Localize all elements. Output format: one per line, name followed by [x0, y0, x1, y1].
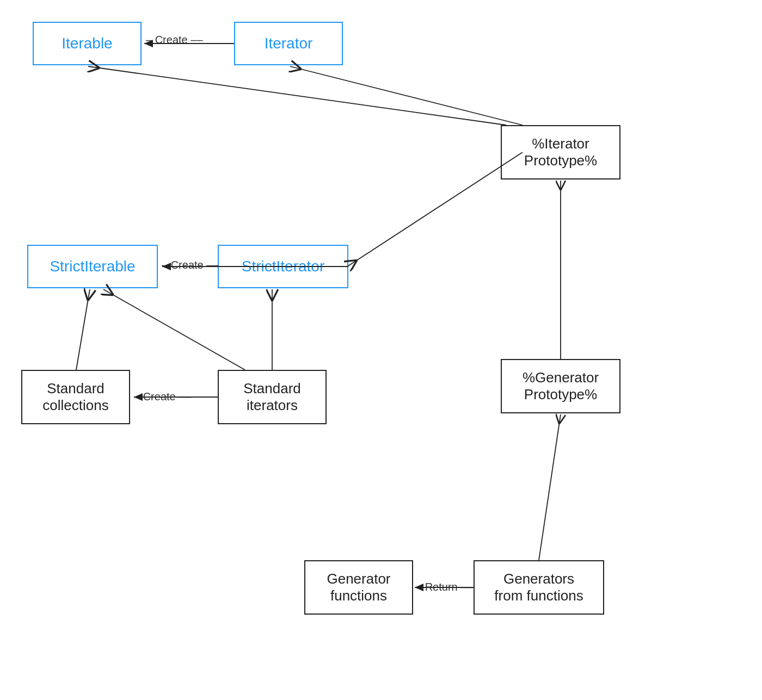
node-iterator: Iterator	[234, 22, 343, 65]
edge-label-create-iterable-iterator: – Create ––	[146, 34, 203, 46]
svg-line-1	[88, 66, 506, 125]
svg-line-6	[103, 289, 245, 370]
diagram-container: Iterable Iterator %IteratorPrototype% St…	[0, 0, 762, 700]
node-generators-from-functions: Generatorsfrom functions	[474, 560, 604, 615]
node-iterable: Iterable	[33, 22, 142, 65]
svg-line-3	[76, 289, 90, 370]
svg-line-2	[290, 66, 523, 125]
svg-line-11	[347, 152, 523, 267]
node-iterator-prototype: %IteratorPrototype%	[501, 125, 620, 179]
node-strict-iterable: StrictIterable	[27, 245, 158, 288]
node-standard-iterators: Standarditerators	[218, 370, 327, 424]
edge-label-create-std: – Create ––	[134, 391, 191, 403]
node-generator-functions: Generatorfunctions	[304, 560, 413, 615]
node-generator-prototype: %GeneratorPrototype%	[501, 359, 620, 413]
edge-label-create-strict: – Create ––	[162, 259, 219, 271]
svg-line-9	[539, 414, 561, 560]
node-standard-collections: Standardcollections	[21, 370, 130, 424]
node-strict-iterator: StrictIterator	[218, 245, 348, 288]
edge-label-return-gen: – Return ––	[416, 581, 473, 593]
